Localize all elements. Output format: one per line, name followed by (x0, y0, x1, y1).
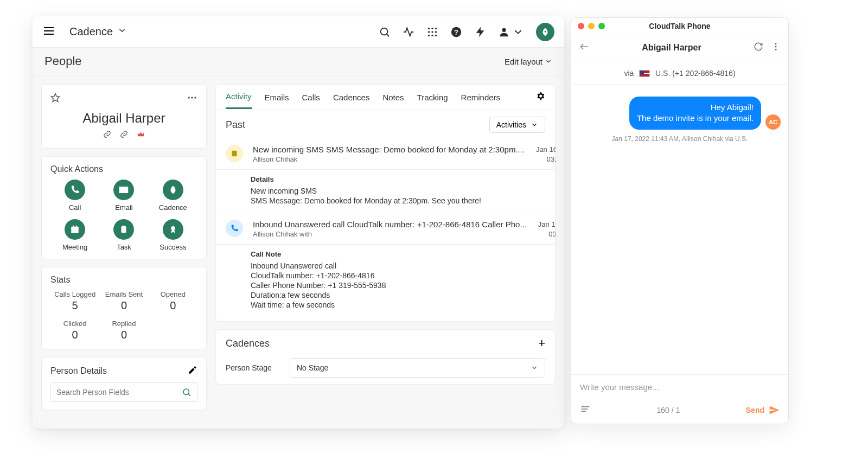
svg-point-20 (194, 97, 196, 98)
svg-point-5 (428, 27, 430, 29)
quick-action-success[interactable]: Success (149, 219, 197, 251)
more-vertical-icon[interactable] (771, 42, 781, 54)
svg-point-8 (428, 31, 430, 33)
link-icon[interactable] (103, 130, 111, 140)
quick-action-call[interactable]: Call (50, 180, 99, 212)
stat-emails-sent: Emails Sent0 (99, 290, 148, 312)
svg-point-35 (775, 48, 777, 50)
topbar-actions: ? (379, 23, 554, 41)
person-name: Abigail Harper (50, 111, 197, 126)
gear-icon[interactable] (535, 91, 545, 110)
cadences-panel: Cadences + Person Stage No Stage (215, 329, 556, 385)
person-details-panel: Person Details (41, 357, 207, 410)
quick-action-cadence[interactable]: Cadence (149, 180, 197, 212)
activity-details: Call Note Inbound Unanswered call CloudT… (216, 244, 555, 318)
note-icon (226, 145, 243, 162)
page-title: People (44, 54, 82, 68)
window-close-button[interactable] (578, 23, 584, 29)
sender-avatar: AC (765, 114, 781, 130)
message-bubble: Hey Abigail! The demo invite is in your … (629, 97, 761, 130)
via-number-row[interactable]: via U.S. (+1 202-866-4816) (571, 61, 788, 85)
activities-filter-dropdown[interactable]: Activities (489, 117, 545, 133)
svg-point-9 (431, 31, 433, 33)
svg-rect-27 (123, 226, 125, 227)
activity-row[interactable]: Inbound Unanswered call CloudTalk number… (216, 214, 555, 244)
tab-emails[interactable]: Emails (265, 93, 289, 108)
svg-line-4 (387, 34, 389, 36)
refresh-icon[interactable] (754, 42, 763, 54)
activity-timestamp: Jan 16, 2022 03:22 PM (532, 220, 556, 239)
tab-calls[interactable]: Calls (302, 93, 320, 108)
brand-dropdown[interactable]: Cadence (69, 25, 127, 38)
person-link-icons (50, 130, 197, 140)
quick-actions-panel: Quick Actions Call Email Cadence (41, 156, 207, 259)
crown-icon[interactable] (137, 130, 145, 140)
quick-action-task[interactable]: Task (99, 219, 148, 251)
send-button[interactable]: Send (746, 405, 780, 416)
person-stage-label: Person Stage (226, 363, 280, 372)
salesloft-app-window: Cadence ? People Edit layout (33, 16, 564, 429)
help-icon[interactable]: ? (450, 26, 462, 38)
contact-header: Abigail Harper (571, 34, 788, 61)
svg-point-3 (381, 28, 388, 35)
message-input[interactable]: Write your message... (571, 375, 788, 399)
chevron-down-icon (117, 25, 127, 38)
search-icon[interactable] (379, 26, 391, 38)
svg-point-6 (431, 27, 433, 29)
person-fields-input[interactable] (56, 388, 182, 397)
cloudtalk-phone-window: CloudTalk Phone Abigail Harper via U.S. … (571, 17, 789, 424)
svg-point-13 (435, 34, 437, 36)
window-titlebar: CloudTalk Phone (571, 18, 788, 34)
quick-action-email[interactable]: Email (99, 180, 148, 212)
activity-author: Allison Chihak (253, 155, 525, 163)
svg-point-33 (775, 43, 777, 44)
outgoing-message: Hey Abigail! The demo invite is in your … (579, 97, 781, 130)
stats-title: Stats (50, 275, 197, 285)
edit-pencil-icon[interactable] (188, 365, 197, 377)
chevron-down-icon (531, 364, 538, 372)
search-icon (182, 387, 192, 397)
svg-rect-26 (122, 226, 126, 233)
add-cadence-button[interactable]: + (538, 336, 545, 350)
phone-icon (226, 220, 243, 237)
tab-tracking[interactable]: Tracking (417, 93, 448, 108)
activity-pulse-icon[interactable] (403, 26, 414, 38)
contact-name: Abigail Harper (590, 43, 754, 53)
svg-point-18 (188, 97, 190, 98)
tab-notes[interactable]: Notes (382, 93, 404, 108)
tab-reminders[interactable]: Reminders (461, 93, 501, 108)
person-stage-select[interactable]: No Stage (290, 358, 545, 378)
tab-cadences[interactable]: Cadences (333, 93, 370, 108)
stat-replied: Replied0 (99, 320, 148, 341)
activity-details: Details New incoming SMS SMS Message: De… (216, 169, 555, 214)
rocket-icon (163, 180, 183, 200)
activity-tabs: Activity Emails Calls Cadences Notes Tra… (216, 85, 555, 110)
back-arrow-icon[interactable] (579, 41, 590, 54)
rocket-launch-button[interactable] (536, 23, 554, 41)
menu-icon[interactable] (42, 24, 55, 40)
notes-icon[interactable] (580, 404, 591, 416)
star-icon[interactable] (50, 93, 60, 105)
activity-row[interactable]: New incoming SMS SMS Message: Demo booke… (216, 139, 555, 169)
activity-timestamp: Jan 16, 2022 03:22 PM (530, 145, 556, 164)
award-icon (163, 219, 183, 240)
quick-action-meeting[interactable]: Meeting (50, 219, 99, 251)
person-fields-search[interactable] (50, 382, 197, 402)
link-icon[interactable] (120, 130, 128, 140)
dialpad-icon[interactable] (426, 26, 438, 38)
bolt-icon[interactable] (474, 26, 486, 38)
send-icon (769, 405, 780, 416)
person-summary-panel: Abigail Harper (41, 84, 207, 149)
tab-activity[interactable]: Activity (226, 92, 252, 109)
activity-title: Inbound Unanswered call CloudTalk number… (253, 220, 527, 229)
window-maximize-button[interactable] (598, 23, 605, 29)
account-dropdown[interactable] (498, 26, 524, 38)
past-label: Past (226, 119, 245, 131)
edit-layout-button[interactable]: Edit layout (505, 57, 552, 66)
svg-point-11 (428, 34, 430, 36)
window-minimize-button[interactable] (588, 23, 595, 29)
more-icon[interactable] (187, 92, 197, 105)
stat-opened: Opened0 (149, 290, 197, 312)
clipboard-icon (113, 219, 134, 240)
svg-point-28 (171, 226, 175, 231)
